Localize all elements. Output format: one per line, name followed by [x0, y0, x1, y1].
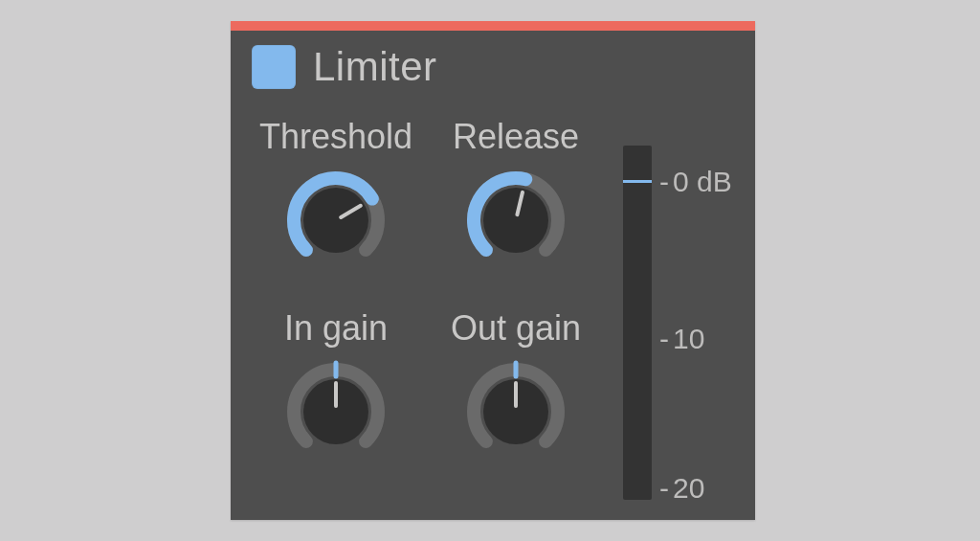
threshold-label: Threshold [250, 117, 422, 157]
meter-marker [623, 180, 652, 183]
enable-toggle[interactable] [252, 45, 296, 89]
release-control: Release [430, 117, 602, 276]
panel-topbar [231, 21, 755, 31]
out-gain-label: Out gain [430, 308, 602, 349]
out-gain-knob[interactable] [458, 352, 573, 467]
panel-title: Limiter [313, 44, 437, 90]
gain-reduction-meter: -0 dB -10 -20 [623, 146, 747, 500]
meter-tick-2: -20 [659, 472, 704, 505]
limiter-panel: Limiter Threshold Release [231, 21, 755, 520]
in-gain-label: In gain [250, 308, 422, 349]
threshold-knob[interactable] [278, 161, 393, 276]
release-label: Release [430, 117, 602, 157]
release-knob[interactable] [458, 161, 573, 276]
panel-header: Limiter [252, 44, 437, 90]
svg-point-2 [483, 188, 548, 253]
threshold-control: Threshold [250, 117, 422, 276]
meter-tick-0: -0 dB [659, 166, 732, 198]
svg-point-0 [303, 188, 368, 253]
out-gain-control: Out gain [430, 308, 602, 467]
meter-track [623, 146, 652, 500]
in-gain-control: In gain [250, 308, 422, 467]
meter-tick-1: -10 [659, 323, 704, 355]
in-gain-knob[interactable] [278, 352, 393, 467]
